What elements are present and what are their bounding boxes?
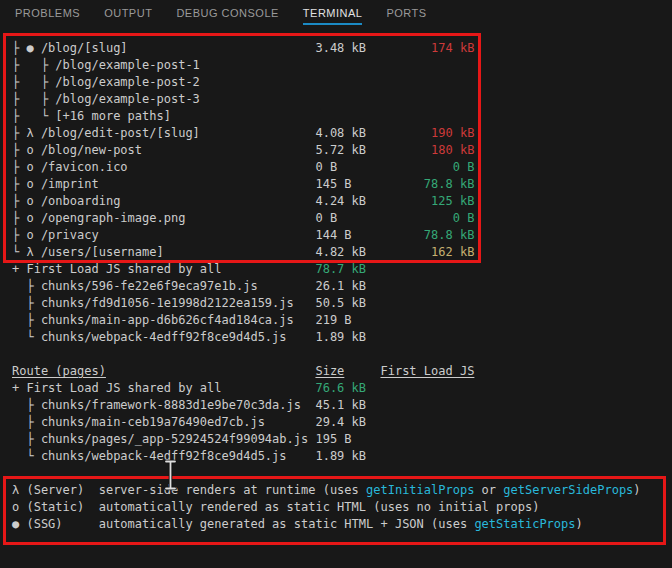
terminal-line: ├ o /favicon.ico 0 B 0 B [12,159,672,176]
terminal-line: Route (pages) Size First Load JS [12,363,672,380]
tab-output[interactable]: OUTPUT [104,0,152,25]
terminal-line: ├ ├ /blog/example-post-2 [12,74,672,91]
terminal-line: ├ ├ /blog/example-post-1 [12,57,672,74]
terminal-output[interactable]: ├ ● /blog/[slug] 3.48 kB 174 kB├ ├ /blog… [0,28,672,568]
terminal-line: ├ ● /blog/[slug] 3.48 kB 174 kB [12,40,672,57]
panel-tabbar: PROBLEMSOUTPUTDEBUG CONSOLETERMINALPORTS [0,0,672,28]
terminal-line: └ chunks/webpack-4edff92f8ce9d4d5.js 1.8… [12,329,672,346]
terminal-line: ├ o /onboarding 4.24 kB 125 kB [12,193,672,210]
terminal-line: ├ chunks/main-app-d6b626cf4ad184ca.js 21… [12,312,672,329]
terminal-line: ├ o /opengraph-image.png 0 B 0 B [12,210,672,227]
terminal-line: └ chunks/webpack-4edff92f8ce9d4d5.js 1.8… [12,448,672,465]
tab-ports[interactable]: PORTS [386,0,426,25]
terminal-line: ● (SSG) automatically generated as stati… [12,516,672,533]
terminal-line: + First Load JS shared by all 76.6 kB [12,380,672,397]
terminal-line: ├ └ [+16 more paths] [12,108,672,125]
terminal-line: ├ chunks/596-fe22e6f9eca97e1b.js 26.1 kB [12,278,672,295]
tab-debug-console[interactable]: DEBUG CONSOLE [176,0,278,25]
terminal-line: ├ chunks/main-ceb19a76490ed7cb.js 29.4 k… [12,414,672,431]
terminal-line: ├ o /imprint 145 B 78.8 kB [12,176,672,193]
terminal-line: o (Static) automatically rendered as sta… [12,499,672,516]
terminal-line: └ λ /users/[username] 4.82 kB 162 kB [12,244,672,261]
terminal-line: ├ o /blog/new-post 5.72 kB 180 kB [12,142,672,159]
terminal-line: ├ chunks/framework-8883d1e9be70c3da.js 4… [12,397,672,414]
terminal-line: λ (Server) server-side renders at runtim… [12,482,672,499]
terminal-line: ├ ├ /blog/example-post-3 [12,91,672,108]
terminal-line [12,465,672,482]
terminal-line [12,346,672,363]
vscode-bottom-panel: PROBLEMSOUTPUTDEBUG CONSOLETERMINALPORTS… [0,0,672,568]
tab-terminal[interactable]: TERMINAL [303,0,363,25]
terminal-line: ├ o /privacy 144 B 78.8 kB [12,227,672,244]
terminal-line: ├ chunks/fd9d1056-1e1998d2122ea159.js 50… [12,295,672,312]
tab-problems[interactable]: PROBLEMS [15,0,80,25]
terminal-line: + First Load JS shared by all 78.7 kB [12,261,672,278]
terminal-line: ├ λ /blog/edit-post/[slug] 4.08 kB 190 k… [12,125,672,142]
terminal-line: ├ chunks/pages/_app-52924524f99094ab.js … [12,431,672,448]
